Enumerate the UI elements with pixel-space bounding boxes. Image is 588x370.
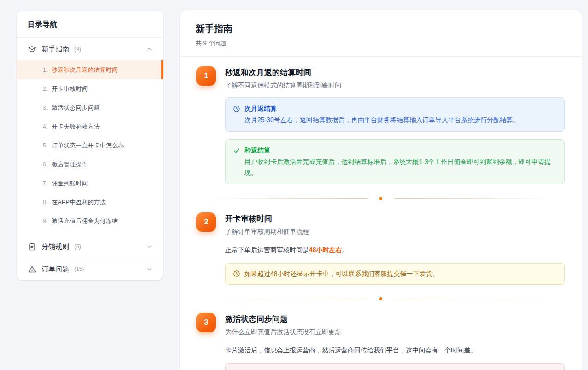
toc-item-label: 微店管理操作 [52,160,88,169]
graduation-cap-icon [28,45,36,53]
answer-paragraph: 卡片激活后，信息会上报运营商，然后运营商回传给我们平台，这中间会有一个时间差。 [225,345,565,355]
info-box-body: 次月25-30号左右，返回结算数据后，再由平台财务将结算输入订单导入平台系统进行… [244,115,557,125]
toc-item-5[interactable]: 5. 订单状态一直开卡中怎么办 [17,136,163,155]
answer-paragraph: 正常下单后运营商审核时间是48小时左右。 [225,245,565,255]
toc-item-8[interactable]: 8. 在APP中盈利的方法 [17,193,163,211]
answer-text: 正常下单后运营商审核时间是 [225,246,309,253]
toc-section-count: (15) [74,266,84,272]
warning-note-text: 如果超过48小时还显示开卡中，可以联系我们客服提交催一下发货。 [244,269,439,279]
info-box-title: 次月返结算 [244,103,277,114]
toc-item-9[interactable]: 9. 激活充值后佣金为何冻结 [17,211,163,230]
question-title: 激活状态同步问题 [225,313,341,324]
danger-note: 如果超过48小时，激活状态仍未同步，建议您提供订单号，我们客服找专员催促一下更新… [225,363,565,370]
toc-item-label: 开卡审核时间 [52,85,88,93]
toc-section-distribution-rules[interactable]: 分销规则 (5) [17,235,163,258]
divider-dot [379,297,382,300]
toc-item-1[interactable]: 1. 秒返和次月返的结算时间 [17,60,163,79]
clock-icon [233,105,240,112]
check-icon [233,147,240,154]
toc-item-label: 激活状态同步问题 [52,104,100,112]
answer-text: 。 [342,246,349,253]
question-block-2: 2 开卡审核时间 了解订单审核周期和催单流程 正常下单后运营商审核时间是48小时… [196,212,565,284]
toc-item-2[interactable]: 2. 开卡审核时间 [17,79,163,98]
toc-item-number: 4. [43,123,48,130]
chevron-down-icon [146,243,153,250]
toc-title: 目录导航 [17,11,163,38]
toc-section-order-issues[interactable]: 订单问题 (15) [17,258,163,280]
toc-item-number: 9. [43,218,48,224]
toc-section-count: (5) [74,243,81,250]
toc-item-number: 3. [43,105,48,111]
chevron-down-icon [146,265,153,273]
toc-section-label: 新手指南 [42,45,69,53]
toc-section-label: 分销规则 [42,242,69,251]
toc-item-number: 7. [43,180,48,187]
toc-item-7[interactable]: 7. 佣金到账时间 [17,174,163,193]
toc-item-6[interactable]: 6. 微店管理操作 [17,155,163,174]
question-number-badge: 2 [196,212,216,232]
success-box-title: 秒返结算 [244,145,270,156]
info-box-monthly-settlement: 次月返结算 次月25-30号左右，返回结算数据后，再由平台财务将结算输入订单导入… [225,97,565,132]
toc-item-label: 秒返和次月返的结算时间 [52,66,118,74]
question-count: 共 9 个问题 [196,39,566,47]
question-block-3: 3 激活状态同步问题 为什么立即充值后激活状态没有立即更新 卡片激活后，信息会上… [196,313,565,370]
toc-item-label: 佣金到账时间 [52,179,88,188]
toc-section-newbie-guide[interactable]: 新手指南 (9) [17,38,163,60]
question-subtitle: 了解订单审核周期和催单流程 [225,228,309,236]
question-block-1: 1 秒返和次月返的结算时间 了解不同返佣模式的结算周期和到账时间 次月返结算 [196,66,565,184]
toc-sidebar: 目录导航 新手指南 (9) 1. 秒返和次月返的结算时间 2. 开卡审核时间 3… [17,11,163,280]
answer-highlight: 48小时左右 [309,246,342,253]
success-box-body: 用户收到卡后激活并完成充值后，达到结算标准后，系统大概1-3个工作日佣金即可到账… [244,157,557,178]
clock-icon [233,270,240,277]
question-subtitle: 为什么立即充值后激活状态没有立即更新 [225,328,341,336]
toc-item-label: 激活充值后佣金为何冻结 [52,217,118,225]
toc-item-number: 5. [43,142,48,149]
toc-item-3[interactable]: 3. 激活状态同步问题 [17,98,163,117]
success-box-instant-settlement: 秒返结算 用户收到卡后激活并完成充值后，达到结算标准后，系统大概1-3个工作日佣… [225,139,565,184]
toc-item-number: 6. [43,161,48,168]
faq-header: 新手指南 共 9 个问题 [180,10,582,57]
toc-item-4[interactable]: 4. 开卡失败补救方法 [17,117,163,136]
faq-content: 1 秒返和次月返的结算时间 了解不同返佣模式的结算周期和到账时间 次月返结算 [180,57,582,370]
toc-section-count: (9) [74,46,81,53]
toc-item-number: 1. [43,67,48,73]
toc-item-label: 开卡失败补救方法 [52,123,100,131]
warning-triangle-icon [28,265,36,274]
question-subtitle: 了解不同返佣模式的结算周期和到账时间 [225,82,341,90]
section-divider [207,197,555,200]
toc-item-label: 在APP中盈利的方法 [52,198,106,206]
question-title: 秒返和次月返的结算时间 [225,66,341,78]
toc-item-list: 1. 秒返和次月返的结算时间 2. 开卡审核时间 3. 激活状态同步问题 4. … [17,60,163,235]
toc-item-label: 订单状态一直开卡中怎么办 [52,141,124,150]
question-number-badge: 1 [196,66,216,86]
divider-dot [379,197,382,200]
section-divider [207,297,555,300]
toc-item-number: 8. [43,199,48,206]
clipboard-icon [28,242,36,251]
chevron-up-icon [146,46,153,53]
warning-note: 如果超过48小时还显示开卡中，可以联系我们客服提交催一下发货。 [225,263,565,285]
toc-item-number: 2. [43,86,48,92]
page-title: 新手指南 [196,23,566,35]
question-number-badge: 3 [196,313,216,332]
toc-section-label: 订单问题 [42,265,69,274]
question-title: 开卡审核时间 [225,212,309,224]
faq-panel: 新手指南 共 9 个问题 1 秒返和次月返的结算时间 了解不同返佣模式的结算周期… [180,10,582,370]
